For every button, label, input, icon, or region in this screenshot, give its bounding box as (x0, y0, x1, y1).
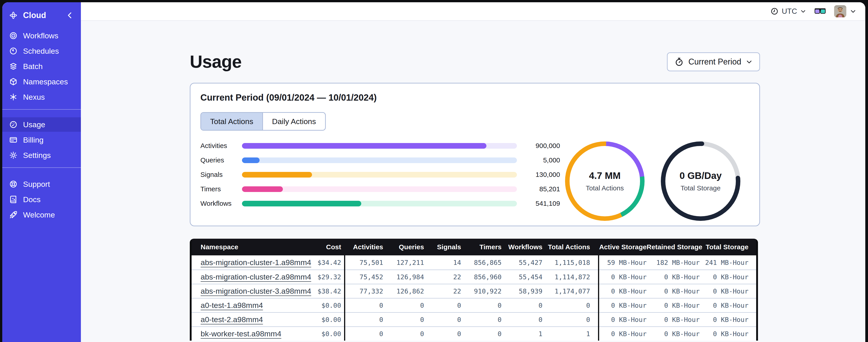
bar-track (242, 158, 517, 163)
chevron-down-icon (746, 59, 752, 65)
column-header[interactable]: Activities (341, 243, 383, 251)
bar-label: Activities (200, 142, 242, 149)
activities-cell: 0 (341, 302, 383, 309)
total-actions-cell: 1,115,018 (542, 259, 590, 266)
total-storage-cell: 0 KB-Hour (700, 330, 748, 338)
nexus-asterisk-icon (9, 93, 18, 101)
namespace-link[interactable]: a0-test-2.a98mm4 (200, 315, 263, 324)
sidebar-item-schedules[interactable]: Schedules (2, 44, 81, 58)
support-lifebuoy-icon (9, 180, 18, 189)
table-row: bk-worker-test.a98mm4 $0.00 0 0 0 0 1 1 … (192, 327, 756, 341)
timezone-selector[interactable]: UTC (770, 7, 806, 15)
donut-charts: 4.7 MM Total Actions 0 GB/Day Total Stor… (565, 141, 749, 221)
sidebar-item-welcome[interactable]: Welcome (2, 208, 81, 222)
sidebar-item-support[interactable]: Support (2, 177, 81, 191)
table-group-divider (344, 255, 345, 341)
donut-arc-cap (736, 176, 740, 180)
namespace-link[interactable]: a0-test-1.a98mm4 (200, 301, 263, 309)
donut-center: 0 GB/Day Total Storage (665, 146, 736, 216)
column-header[interactable]: Timers (461, 243, 501, 251)
sidebar-item-namespaces[interactable]: Namespaces (2, 74, 81, 89)
docs-book-icon (9, 195, 18, 204)
total-actions-cell: 0 (542, 316, 590, 323)
activities-cell: 77,332 (341, 287, 383, 295)
column-header[interactable]: Cost (314, 243, 341, 251)
workflows-icon (9, 31, 18, 40)
timers-cell: 0 (461, 330, 501, 338)
table-row: a0-test-1.a98mm4 $0.00 0 0 0 0 0 0 0 KB-… (192, 298, 756, 312)
sidebar-item-label: Settings (23, 151, 51, 160)
bar-fill (242, 186, 283, 192)
tab-total-actions[interactable]: Total Actions (201, 113, 262, 130)
column-header[interactable]: Total Actions (542, 243, 590, 251)
namespace-link[interactable]: abs-migration-cluster-2.a98mm4 (200, 273, 311, 281)
sidebar-item-workflows[interactable]: Workflows (2, 28, 81, 43)
total-storage-donut: 0 GB/Day Total Storage (661, 141, 740, 221)
cost-cell: $0.00 (314, 302, 341, 309)
total-storage-cell: 0 KB-Hour (700, 316, 748, 323)
avatar[interactable] (834, 5, 846, 18)
donut-center: 4.7 MM Total Actions (569, 146, 640, 216)
cost-cell: $34.42 (314, 259, 341, 266)
column-header[interactable]: Namespace (192, 243, 314, 251)
total-storage-cell: 0 KB-Hour (700, 302, 748, 309)
column-header[interactable]: Total Storage (700, 243, 748, 251)
sidebar-nav-main: Workflows Schedules Batch Namespaces Nex… (2, 28, 81, 105)
bar-row: Queries 5,000 (200, 157, 560, 163)
retained-storage-cell: 0 KB-Hour (647, 287, 700, 295)
column-header[interactable]: Signals (424, 243, 461, 251)
period-selector-button[interactable]: Current Period (667, 52, 760, 71)
goggles-icon (814, 7, 826, 15)
sidebar-item-nexus[interactable]: Nexus (2, 90, 81, 104)
page-header: Usage Current Period (190, 52, 760, 72)
namespace-link[interactable]: abs-migration-cluster-1.a98mm4 (200, 258, 311, 267)
sidebar: Cloud Workflows Schedules Batch Namespac… (2, 2, 81, 342)
timers-cell: 0 (461, 316, 501, 323)
sidebar-nav-account: Usage Billing Settings (2, 117, 81, 163)
donut-label: Total Actions (586, 184, 624, 192)
table-body: abs-migration-cluster-1.a98mm4 $34.42 75… (192, 255, 756, 341)
sidebar-item-batch[interactable]: Batch (2, 59, 81, 73)
clock-icon (770, 7, 778, 15)
batch-layers-icon (9, 62, 18, 71)
column-header[interactable]: Retained Storage (647, 243, 700, 251)
goggles-button[interactable] (814, 7, 826, 15)
account-menu[interactable] (834, 5, 856, 18)
donut-label: Total Storage (681, 184, 721, 192)
billing-card-icon (9, 136, 18, 144)
queries-cell: 127,211 (383, 259, 424, 266)
sidebar-nav-help: Support Docs Welcome (2, 177, 81, 223)
total-storage-cell: 241 MB-Hour (700, 259, 748, 266)
bar-value: 900,000 (517, 142, 560, 149)
namespace-link[interactable]: abs-migration-cluster-3.a98mm4 (200, 287, 311, 295)
sidebar-item-label: Docs (23, 195, 40, 204)
sidebar-item-usage[interactable]: Usage (2, 117, 81, 132)
usage-summary-card: Current Period (09/01/2024 — 10/01/2024)… (190, 83, 760, 226)
signals-cell: 0 (424, 330, 461, 338)
sidebar-item-settings[interactable]: Settings (2, 148, 81, 163)
page-title: Usage (190, 52, 242, 72)
sidebar-item-billing[interactable]: Billing (2, 133, 81, 147)
sidebar-brand-cloud[interactable]: Cloud (2, 6, 81, 24)
sidebar-item-docs[interactable]: Docs (2, 192, 81, 207)
timers-cell: 856,865 (461, 259, 501, 266)
chevron-down-icon (800, 8, 806, 14)
namespace-link[interactable]: bk-worker-test.a98mm4 (200, 329, 281, 338)
column-header[interactable]: Active Storage (590, 243, 647, 251)
bar-value: 130,000 (517, 171, 560, 178)
sidebar-item-label: Workflows (23, 31, 58, 40)
period-selector-label: Current Period (688, 57, 741, 67)
tab-daily-actions[interactable]: Daily Actions (262, 113, 325, 130)
schedules-icon (9, 47, 18, 55)
stopwatch-icon (674, 57, 684, 67)
sidebar-collapse-icon[interactable] (65, 11, 74, 20)
bar-label: Queries (200, 156, 242, 164)
column-header[interactable]: Workflows (501, 243, 542, 251)
column-header[interactable]: Queries (383, 243, 424, 251)
retained-storage-cell: 182 MB-Hour (647, 259, 700, 266)
bar-label: Timers (200, 185, 242, 193)
namespaces-cube-icon (9, 77, 18, 86)
signals-cell: 22 (424, 287, 461, 295)
activities-cell: 0 (341, 330, 383, 338)
table-row: a0-test-2.a98mm4 $0.00 0 0 0 0 0 0 0 KB-… (192, 312, 756, 327)
